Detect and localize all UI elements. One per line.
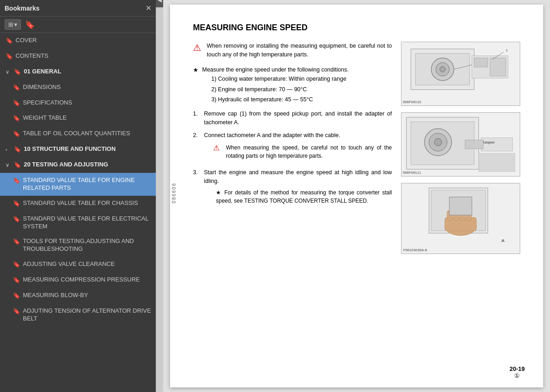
condition-3: 3) Hydraulic oil temperature: 45 — 55°C <box>211 94 349 105</box>
bookmark-icon: 🔖 <box>13 177 20 185</box>
step-2-content: Connect tachometer A and the adapter wit… <box>204 131 392 164</box>
page-area[interactable]: MEASURING ENGINE SPEED ⚠ When removing o… <box>170 5 543 387</box>
bookmark-button[interactable]: 🔖 <box>25 20 35 30</box>
sidebar-item-label: DIMENSIONS <box>23 83 151 91</box>
sidebar-item-label: MEASURING BLOW-BY <box>23 292 151 299</box>
svg-rect-8 <box>490 58 506 76</box>
sidebar-item-compression[interactable]: 🔖 MEASURING COMPRESSION PRESSURE <box>0 272 156 288</box>
main-content: 086606 MEASURING ENGINE SPEED ⚠ When rem… <box>163 0 550 392</box>
warning-2: ⚠ When measuring the speed, be careful n… <box>213 144 392 160</box>
warning-1: ⚠ When removing or installing the measur… <box>193 42 392 59</box>
sidebar-item-label: ADJUSTING VALVE CLEARANCE <box>23 260 151 268</box>
sidebar-nav: 🔖 COVER 🔖 CONTENTS ∨ 🔖 01 GENERAL 🔖 DIME… <box>0 33 156 392</box>
bookmark-icon: 🔖 <box>13 99 20 107</box>
bookmark-icon: 🔖 <box>13 276 20 284</box>
conditions-list: 1) Cooling water temperature: Within ope… <box>211 74 349 105</box>
sidebar-item-blow-by[interactable]: 🔖 MEASURING BLOW-BY <box>0 288 156 304</box>
sidebar-item-valve-clearance[interactable]: 🔖 ADJUSTING VALVE CLEARANCE <box>0 257 156 272</box>
svg-rect-23 <box>478 154 515 171</box>
content-grid: ⚠ When removing or installing the measur… <box>193 42 520 254</box>
image-2: Adapter 566F06111 <box>401 112 520 177</box>
bookmark-icon: 🔖 <box>14 68 21 76</box>
image-2-svg: Adapter 566F06111 <box>402 113 520 176</box>
chevron-right-icon: › <box>6 146 11 153</box>
layout-dropdown-icon: ▾ <box>14 21 17 28</box>
sidebar-item-label: SPECIFICATIONS <box>23 99 151 107</box>
bookmark-icon: 🔖 <box>13 238 20 246</box>
condition-1: 1) Cooling water temperature: Within ope… <box>211 74 349 84</box>
bookmark-icon: 🔖 <box>13 200 20 208</box>
step-2-text: Connect tachometer A and the adapter wit… <box>204 132 340 138</box>
sidebar-item-oil-coolant[interactable]: 🔖 TABLE OF OIL COOLANT QUANTITIES <box>0 126 156 142</box>
warning-icon-1: ⚠ <box>193 41 203 55</box>
close-button[interactable]: × <box>146 3 151 13</box>
sidebar-item-specifications[interactable]: 🔖 SPECIFICATIONS <box>0 95 156 111</box>
svg-point-5 <box>440 66 446 72</box>
svg-text:A: A <box>501 238 505 243</box>
step-3-number: 3. <box>193 168 201 177</box>
image-3-svg: F56103039A-K A <box>402 183 520 254</box>
sidebar-item-01-general[interactable]: ∨ 🔖 01 GENERAL <box>0 64 156 80</box>
bookmark-icon: 🔖 <box>14 161 21 169</box>
svg-rect-22 <box>465 140 483 149</box>
step-2-number: 2. <box>193 131 201 140</box>
step-3-note: ★ For details of the method for measurin… <box>216 188 392 205</box>
step-2: 2. Connect tachometer A and the adapter … <box>193 131 392 164</box>
sidebar-title: Bookmarks <box>5 5 39 12</box>
sidebar-item-cover[interactable]: 🔖 COVER <box>0 33 156 49</box>
sidebar-item-label: COVER <box>16 37 151 44</box>
sidebar-collapse-button[interactable]: ◀ <box>156 0 163 7</box>
sidebar-toolbar: ⊞ ▾ 🔖 <box>0 17 156 33</box>
svg-text:566F06111: 566F06111 <box>403 171 421 175</box>
image-1-svg: 566F06110 1 <box>402 42 520 105</box>
sidebar-item-label: 20 TESTING AND ADJUSTING <box>24 161 151 169</box>
image-1: 566F06110 1 <box>401 42 520 106</box>
bookmark-icon: 🔖 <box>13 308 20 315</box>
sidebar-item-label: MEASURING COMPRESSION PRESSURE <box>23 276 151 284</box>
sidebar-item-label: STANDARD VALUE TABLE FOR ENGINE RELATED … <box>23 177 151 192</box>
warning-1-text: When removing or installing the measurin… <box>207 42 392 59</box>
star-symbol: ★ <box>193 66 199 75</box>
step-1: 1. Remove cap (1) from the speed pickup … <box>193 110 392 127</box>
layout-button[interactable]: ⊞ ▾ <box>5 19 21 30</box>
svg-text:1: 1 <box>506 48 508 52</box>
sidebar-item-label: 10 STRUCTURE AND FUNCTION <box>24 145 151 153</box>
sidebar-item-weight-table[interactable]: 🔖 WEIGHT TABLE <box>0 110 156 126</box>
sidebar-item-alternator-belt[interactable]: 🔖 ADJUTING TENSION OF ALTERNATOR DRIVE B… <box>0 304 156 326</box>
layout-icon: ⊞ <box>8 21 13 28</box>
sidebar-item-tools[interactable]: 🔖 TOOLS FOR TESTING,ADJUSTING AND TROUBL… <box>0 234 156 257</box>
sidebar-item-label: WEIGHT TABLE <box>23 114 151 122</box>
bookmark-icon: 🔖 <box>6 53 13 61</box>
bookmark-icon: 🔖 <box>6 37 13 45</box>
svg-text:F56103039A-K: F56103039A-K <box>403 248 428 252</box>
sidebar-item-label: ADJUTING TENSION OF ALTERNATOR DRIVE BEL… <box>23 307 151 323</box>
sidebar-item-contents[interactable]: 🔖 CONTENTS <box>0 49 156 64</box>
svg-text:Adapter: Adapter <box>482 140 495 144</box>
sidebar-item-label: CONTENTS <box>16 52 151 60</box>
bookmark-icon: 🔖 <box>14 146 21 154</box>
image-3: F56103039A-K A <box>401 183 520 254</box>
bookmark-icon: 🔖 <box>13 215 20 223</box>
sidebar-item-label: 01 GENERAL <box>24 68 151 76</box>
sidebar-item-dimensions[interactable]: 🔖 DIMENSIONS <box>0 80 156 95</box>
page-number: 20-19 <box>510 365 525 372</box>
sidebar-item-label: STANDARD VALUE TABLE FOR CHASSIS <box>23 199 151 207</box>
svg-point-18 <box>434 138 442 146</box>
step-1-number: 1. <box>193 110 201 118</box>
svg-rect-7 <box>474 58 488 67</box>
page-side-number: 086606 <box>171 182 176 203</box>
sidebar-item-20-testing[interactable]: ∨ 🔖 20 TESTING AND ADJUSTING <box>0 157 156 173</box>
condition-2: 2) Engine oil temperature: 70 — 90°C <box>211 84 349 95</box>
sidebar-item-10-structure[interactable]: › 🔖 10 STRUCTURE AND FUNCTION <box>0 142 156 157</box>
warning-icon-2: ⚠ <box>213 143 223 154</box>
step-3: 3. Start the engine and measure the engi… <box>193 168 392 205</box>
sidebar-item-std-chassis[interactable]: 🔖 STANDARD VALUE TABLE FOR CHASSIS <box>0 196 156 211</box>
text-column: ⚠ When removing or installing the measur… <box>193 42 392 254</box>
bookmark-icon: 🔖 <box>13 84 20 92</box>
sidebar-item-label: TABLE OF OIL COOLANT QUANTITIES <box>23 130 151 138</box>
svg-rect-34 <box>449 197 472 215</box>
star-note-content: Measure the engine speed under the follo… <box>202 66 349 105</box>
sidebar-item-std-electrical[interactable]: 🔖 STANDARD VALUE TABLE FOR ELECTRICAL SY… <box>0 211 156 234</box>
bookmark-icon: 🔖 <box>13 115 20 122</box>
sidebar-item-std-engine[interactable]: 🔖 STANDARD VALUE TABLE FOR ENGINE RELATE… <box>0 173 156 196</box>
